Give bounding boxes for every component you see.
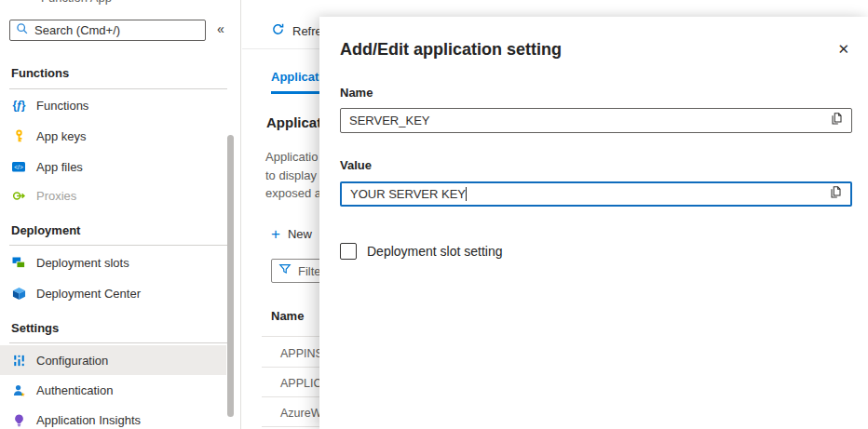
name-field-label: Name — [340, 86, 373, 100]
divider — [9, 245, 227, 246]
divider — [9, 342, 227, 343]
section-title-deployment: Deployment — [11, 223, 80, 237]
collapse-sidebar-button[interactable]: « — [217, 21, 224, 36]
sidebar-item-proxies[interactable]: Proxies — [0, 181, 226, 210]
deployment-slot-setting-row: Deployment slot setting — [340, 243, 503, 260]
sidebar-item-app-keys[interactable]: App keys — [0, 121, 226, 151]
sidebar-item-label: Application Insights — [36, 413, 141, 427]
section-heading: Applicat — [266, 114, 321, 130]
name-field-value[interactable]: SERVER_KEY — [341, 114, 821, 127]
section-description: Applicatio to display exposed a — [265, 148, 321, 203]
sidebar-item-functions[interactable]: {ƒ} Functions — [0, 90, 226, 120]
sidebar-item-label: App files — [36, 160, 83, 174]
app-title: Function App — [41, 0, 112, 5]
refresh-label: Refre — [292, 24, 322, 38]
sidebar-item-configuration[interactable]: Configuration — [0, 345, 226, 375]
deployment-center-icon — [11, 286, 26, 301]
sidebar-item-label: Proxies — [36, 189, 76, 203]
refresh-icon — [271, 22, 285, 39]
refresh-button[interactable]: Refre — [271, 22, 322, 39]
search-icon — [16, 22, 29, 39]
section-title-settings: Settings — [11, 321, 59, 335]
copy-icon — [829, 185, 843, 203]
functions-icon: {ƒ} — [11, 98, 26, 113]
proxies-icon — [11, 188, 26, 203]
configuration-icon — [11, 353, 26, 368]
section-title-functions: Functions — [11, 66, 69, 80]
sidebar-item-label: Deployment slots — [36, 256, 129, 270]
sidebar-item-label: Functions — [36, 99, 88, 113]
description-line: to display — [265, 167, 321, 185]
sidebar-item-label: Authentication — [36, 383, 113, 397]
sidebar-item-label: Deployment Center — [36, 287, 141, 301]
value-field[interactable]: YOUR SERVER KEY — [340, 181, 852, 207]
column-header-name: Name — [271, 309, 304, 323]
key-icon — [11, 128, 26, 143]
copy-name-button[interactable] — [821, 109, 851, 132]
deployment-slots-icon — [11, 255, 26, 270]
description-line: exposed a — [265, 184, 321, 203]
sidebar-item-deployment-center[interactable]: Deployment Center — [0, 278, 226, 308]
application-insights-icon — [11, 412, 26, 427]
filter-funnel-icon — [278, 262, 292, 279]
search-input[interactable] — [34, 23, 199, 37]
divider — [9, 88, 227, 89]
copy-value-button[interactable] — [821, 183, 850, 205]
panel-title: Add/Edit application setting — [340, 40, 562, 60]
name-field[interactable]: SERVER_KEY — [340, 108, 852, 133]
azure-portal-screen: Function App « Functions {ƒ} Functions A… — [0, 0, 868, 429]
sidebar-item-application-insights[interactable]: Application Insights — [0, 405, 226, 429]
sidebar: Function App « Functions {ƒ} Functions A… — [0, 0, 241, 429]
plus-icon: + — [271, 228, 280, 241]
svg-text:</>: </> — [14, 164, 23, 170]
add-edit-setting-panel: Add/Edit application setting ✕ Name SERV… — [319, 17, 868, 429]
deployment-slot-setting-label: Deployment slot setting — [367, 244, 503, 259]
sidebar-item-deployment-slots[interactable]: Deployment slots — [0, 248, 226, 277]
new-application-setting-button[interactable]: + New — [271, 227, 312, 241]
deployment-slot-setting-checkbox[interactable] — [340, 243, 357, 260]
app-files-icon: </> — [11, 159, 26, 174]
sidebar-scrollbar[interactable] — [227, 135, 234, 417]
sidebar-item-authentication[interactable]: ★ Authentication — [0, 375, 226, 405]
svg-text:★: ★ — [20, 390, 25, 396]
authentication-icon: ★ — [11, 382, 26, 397]
value-field-value[interactable]: YOUR SERVER KEY — [342, 187, 821, 201]
copy-icon — [830, 112, 844, 129]
sidebar-item-label: App keys — [36, 129, 86, 143]
description-line: Applicatio — [265, 148, 321, 167]
sidebar-search[interactable] — [9, 20, 206, 41]
text-caret — [466, 187, 467, 201]
sidebar-item-label: Configuration — [36, 354, 108, 368]
value-field-label: Value — [340, 158, 372, 172]
sidebar-item-app-files[interactable]: </> App files — [0, 152, 226, 181]
new-button-label: New — [288, 227, 312, 241]
close-icon[interactable]: ✕ — [837, 41, 849, 58]
